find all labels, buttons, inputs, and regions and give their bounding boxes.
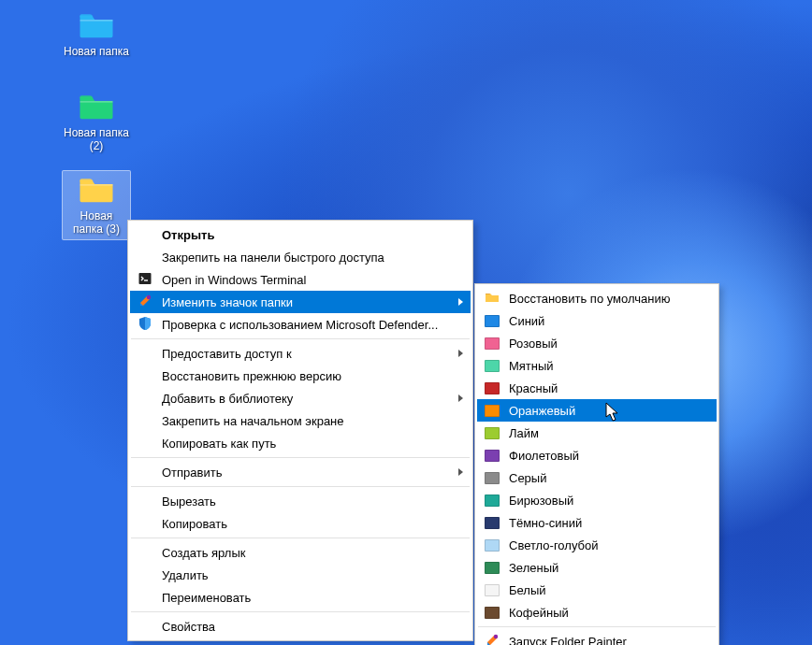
submenu-item[interactable]: Серый (477, 466, 717, 489)
submenu-item[interactable]: Лайм (477, 422, 717, 444)
submenu-item-label: Фиолетовый (509, 449, 579, 463)
submenu-item-label: Розовый (509, 337, 558, 351)
desktop-folder-label: Новая папка (3) (63, 208, 130, 236)
menu-item-label: Проверка с использованием Microsoft Defe… (162, 318, 438, 332)
desktop-folder-label: Новая папка (2) (62, 125, 131, 153)
menu-item[interactable]: Open in Windows Terminal (130, 268, 471, 291)
submenu-item[interactable]: Светло-голубой (477, 534, 717, 556)
shield-icon (138, 316, 152, 334)
color-swatch (485, 584, 500, 596)
submenu-item-label: Синий (509, 314, 544, 328)
terminal-icon (138, 271, 152, 289)
menu-item[interactable]: Создать ярлык (130, 541, 471, 564)
color-swatch (485, 450, 500, 462)
color-swatch (485, 472, 500, 484)
menu-item-label: Копировать (162, 517, 227, 531)
svg-point-1 (147, 294, 151, 298)
submenu-item-label: Серый (509, 471, 546, 485)
color-swatch (485, 427, 500, 439)
menu-item-label: Отправить (162, 466, 222, 480)
submenu-item[interactable]: Восстановить по умолчанию (477, 287, 717, 309)
submenu-item-label: Светло-голубой (509, 538, 598, 552)
submenu-item[interactable]: Фиолетовый (477, 444, 717, 466)
desktop-folder[interactable]: Новая папка (2) (62, 91, 131, 153)
menu-item-label: Добавить в библиотеку (162, 392, 293, 406)
menu-item[interactable]: Копировать как путь (130, 432, 471, 454)
submenu-item-label: Запуск Folder Painter (509, 635, 627, 646)
paint-icon (485, 633, 500, 646)
menu-item-label: Восстановить прежнюю версию (162, 369, 341, 383)
color-swatch (485, 494, 500, 507)
menu-item[interactable]: Удалить (130, 564, 471, 586)
menu-item[interactable]: Добавить в библиотеку (130, 387, 471, 409)
menu-item-label: Свойства (162, 620, 215, 634)
menu-item[interactable]: Вырезать (130, 490, 471, 512)
menu-item[interactable]: Проверка с использованием Microsoft Defe… (130, 313, 471, 336)
menu-item-label: Вырезать (162, 494, 216, 509)
submenu-item[interactable]: Белый (477, 579, 717, 601)
menu-item[interactable]: Закрепить на начальном экране (130, 409, 471, 432)
menu-separator (131, 538, 470, 538)
submenu-item[interactable]: Розовый (477, 332, 717, 354)
menu-separator (131, 486, 470, 487)
submenu-item[interactable]: Красный (477, 377, 717, 399)
folder-icon (78, 9, 115, 42)
color-swatch (485, 337, 500, 350)
menu-item-label: Переименовать (162, 591, 251, 605)
menu-item[interactable]: Переименовать (130, 586, 471, 609)
svg-point-2 (494, 634, 498, 638)
menu-item-label: Изменить значок папки (162, 295, 293, 309)
color-swatch (485, 315, 500, 327)
submenu-item-label: Восстановить по умолчанию (509, 292, 670, 306)
desktop-folder[interactable]: Новая папка (3) (62, 170, 131, 240)
context-menu: Открыть Закрепить на панели быстрого дос… (127, 220, 473, 641)
menu-item-label: Закрепить на панели быстрого доступа (162, 251, 384, 265)
color-swatch (485, 607, 500, 619)
submenu-item[interactable]: Зеленый (477, 556, 717, 579)
color-swatch (485, 539, 500, 552)
color-swatch (485, 360, 500, 372)
color-swatch (485, 517, 500, 529)
menu-separator (131, 611, 470, 612)
desktop-folder[interactable]: Новая папка (62, 9, 131, 59)
submenu-item-label: Кофейный (509, 606, 569, 620)
submenu-item[interactable]: Оранжевый (477, 399, 717, 422)
submenu-item-label: Лайм (509, 426, 539, 440)
menu-item[interactable]: Открыть (130, 223, 471, 246)
submenu-item[interactable]: Синий (477, 309, 717, 332)
submenu-item-label: Белый (509, 583, 546, 597)
submenu-item-label: Зеленый (509, 561, 558, 575)
context-submenu: Восстановить по умолчанию Синий Розовый … (474, 283, 719, 645)
menu-item-label: Создать ярлык (162, 546, 245, 560)
submenu-item-label: Красный (509, 381, 558, 395)
menu-item-label: Открыть (162, 228, 214, 242)
color-swatch (485, 405, 500, 417)
menu-separator (131, 457, 470, 458)
svg-rect-0 (139, 273, 152, 284)
paint-icon (138, 294, 152, 311)
menu-item[interactable]: Изменить значок папки (130, 291, 471, 313)
menu-separator (478, 626, 716, 627)
menu-item-label: Закрепить на начальном экране (162, 414, 344, 428)
submenu-item-label: Тёмно-синий (509, 516, 582, 530)
submenu-item[interactable]: Мятный (477, 354, 717, 377)
submenu-item[interactable]: Бирюзовый (477, 489, 717, 511)
submenu-item[interactable]: Тёмно-синий (477, 511, 717, 534)
menu-separator (131, 338, 470, 339)
submenu-item[interactable]: Кофейный (477, 601, 717, 624)
menu-item[interactable]: Копировать (130, 512, 471, 535)
menu-item-label: Open in Windows Terminal (162, 273, 306, 287)
menu-item[interactable]: Закрепить на панели быстрого доступа (130, 246, 471, 268)
menu-item[interactable]: Предоставить доступ к (130, 342, 471, 365)
menu-item[interactable]: Отправить (130, 461, 471, 483)
submenu-item[interactable]: Запуск Folder Painter (477, 630, 717, 645)
menu-item[interactable]: Свойства (130, 615, 471, 638)
submenu-item-label: Оранжевый (509, 404, 575, 418)
menu-item[interactable]: Восстановить прежнюю версию (130, 365, 471, 387)
folder-default-icon (485, 291, 500, 306)
folder-icon (78, 174, 115, 207)
desktop-folder-label: Новая папка (62, 44, 131, 59)
color-swatch (485, 562, 500, 574)
submenu-item-label: Бирюзовый (509, 494, 573, 508)
menu-item-label: Удалить (162, 568, 209, 582)
